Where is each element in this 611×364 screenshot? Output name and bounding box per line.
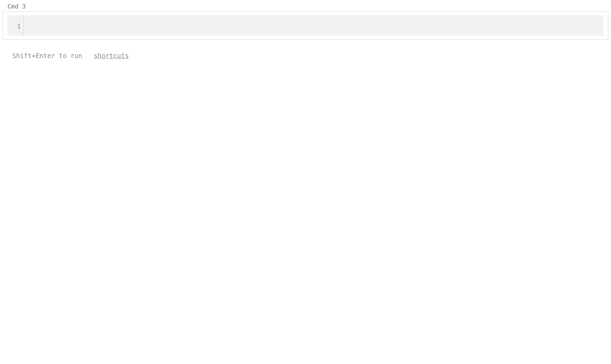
- code-cell-container: 1: [3, 11, 608, 40]
- shortcuts-link[interactable]: shortcuts: [94, 52, 129, 59]
- cell-label: Cmd 3: [7, 3, 608, 10]
- code-editor[interactable]: 1: [7, 15, 604, 36]
- line-number: 1: [7, 23, 21, 30]
- line-number-gutter: 1: [7, 15, 24, 36]
- run-hint-text: Shift+Enter to run: [12, 52, 82, 59]
- footer-hints: Shift+Enter to run shortcuts: [12, 52, 608, 59]
- code-input-area[interactable]: [24, 15, 604, 36]
